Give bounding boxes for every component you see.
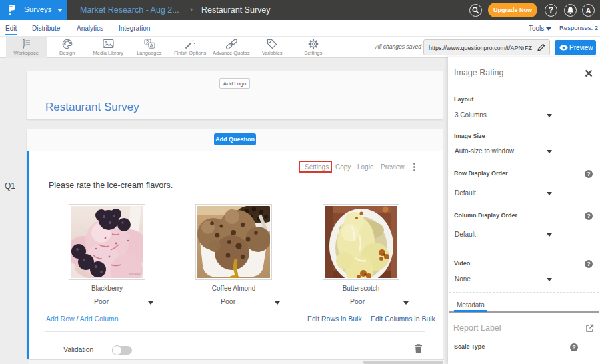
svg-text:wicked: wicked (129, 272, 141, 276)
